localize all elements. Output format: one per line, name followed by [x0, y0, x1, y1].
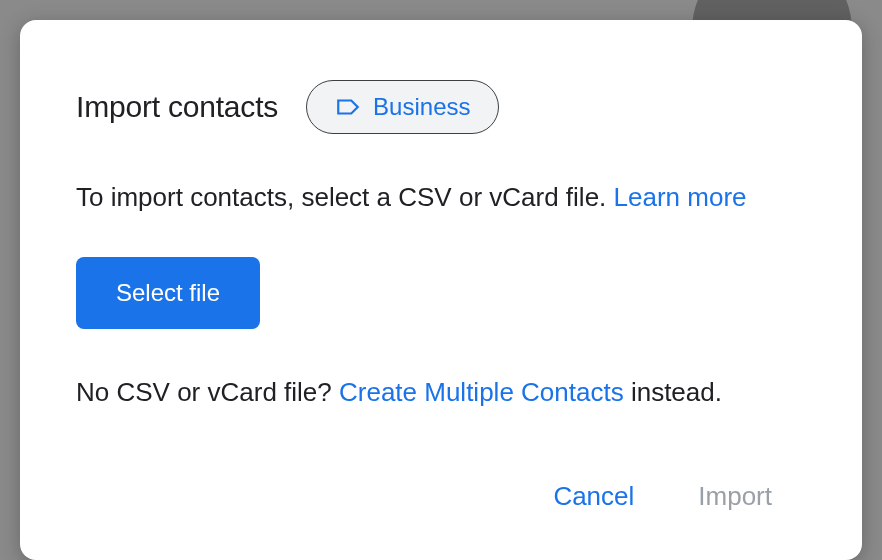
cancel-button[interactable]: Cancel	[549, 473, 638, 520]
instruction-text: To import contacts, select a CSV or vCar…	[76, 178, 806, 217]
dialog-header: Import contacts Business	[76, 80, 806, 134]
create-multiple-contacts-link[interactable]: Create Multiple Contacts	[339, 377, 624, 407]
dialog-actions: Cancel Import	[76, 473, 806, 520]
label-chip-text: Business	[373, 93, 470, 121]
alternative-suffix: instead.	[624, 377, 722, 407]
label-chip[interactable]: Business	[306, 80, 499, 134]
select-file-button[interactable]: Select file	[76, 257, 260, 329]
dialog-title: Import contacts	[76, 90, 278, 124]
alternative-prefix: No CSV or vCard file?	[76, 377, 339, 407]
alternative-text: No CSV or vCard file? Create Multiple Co…	[76, 373, 806, 412]
import-button[interactable]: Import	[694, 473, 776, 520]
instruction-prefix: To import contacts, select a CSV or vCar…	[76, 182, 614, 212]
label-icon	[335, 94, 361, 120]
learn-more-link[interactable]: Learn more	[614, 182, 747, 212]
import-contacts-dialog: Import contacts Business To import conta…	[20, 20, 862, 560]
